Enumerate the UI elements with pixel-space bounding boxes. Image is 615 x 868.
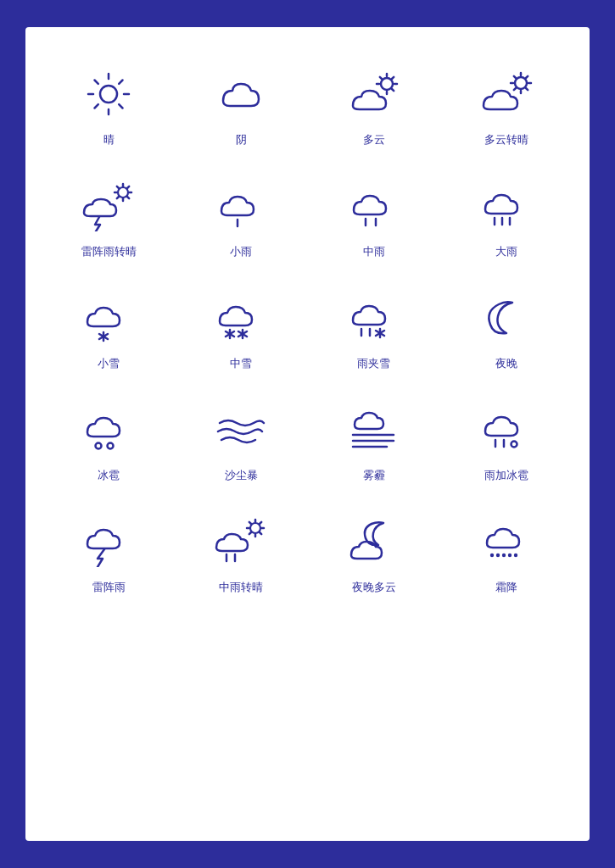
weather-item-night: 夜晚 <box>440 276 573 380</box>
heavy-rain-icon <box>472 176 540 236</box>
light-snow-icon <box>75 288 143 348</box>
svg-line-25 <box>514 88 516 90</box>
weather-item-light-snow: 小雪 <box>42 276 175 380</box>
moderate-rain-label: 中雨 <box>363 244 385 259</box>
weather-item-thunder-sunny: 雷阵雨转晴 <box>42 164 175 268</box>
svg-line-23 <box>526 88 528 90</box>
thunderstorm-label: 雷阵雨 <box>92 580 126 595</box>
fog-label: 雾霾 <box>363 468 385 483</box>
weather-item-night-cloudy: 夜晚多云 <box>308 500 440 604</box>
night-cloudy-icon <box>340 512 408 571</box>
svg-line-5 <box>95 81 98 84</box>
light-rain-icon <box>207 176 275 236</box>
sandstorm-icon <box>207 400 275 459</box>
weather-item-overcast: 阴 <box>175 53 307 156</box>
svg-point-75 <box>496 554 500 557</box>
partly-cloudy-label: 多云 <box>363 132 385 147</box>
svg-line-69 <box>260 532 261 534</box>
svg-line-22 <box>514 76 516 78</box>
overcast-icon <box>207 64 275 124</box>
svg-line-31 <box>117 186 119 188</box>
svg-point-76 <box>502 554 506 557</box>
rain-hail-icon <box>472 400 540 459</box>
weather-item-thunderstorm: 雷阵雨 <box>42 500 175 604</box>
weather-item-hail: 冰雹 <box>42 388 175 492</box>
svg-line-6 <box>119 104 122 108</box>
frost-label: 霜降 <box>495 580 517 595</box>
thunder-sunny-icon <box>75 176 143 236</box>
weather-item-light-rain: 小雨 <box>175 164 307 268</box>
svg-point-77 <box>508 554 512 557</box>
svg-line-15 <box>392 89 394 91</box>
rain-sunny-label: 中雨转晴 <box>219 580 263 595</box>
svg-point-78 <box>514 554 517 557</box>
rain-sunny-icon <box>207 512 275 571</box>
svg-line-16 <box>392 77 394 79</box>
svg-point-56 <box>108 443 114 449</box>
weather-item-sandstorm: 沙尘暴 <box>175 388 307 492</box>
frost-icon <box>472 512 540 571</box>
weather-item-rain-sunny: 中雨转晴 <box>175 500 307 604</box>
partly-cloudy-icon <box>340 64 408 124</box>
cloudy-sunny-label: 多云转晴 <box>484 132 528 147</box>
sunny-icon <box>75 64 143 124</box>
svg-point-9 <box>381 78 393 90</box>
hail-icon <box>75 400 143 459</box>
svg-point-62 <box>511 442 517 448</box>
moderate-rain-icon <box>340 176 408 236</box>
svg-point-55 <box>96 443 102 449</box>
svg-line-68 <box>249 522 251 524</box>
fog-icon <box>340 400 408 459</box>
night-label: 夜晚 <box>495 356 517 371</box>
svg-line-33 <box>127 186 129 188</box>
weather-item-moderate-snow: 中雪 <box>175 276 307 380</box>
svg-line-71 <box>249 532 251 534</box>
sleet-label: 雨夹雪 <box>357 356 390 371</box>
cloudy-sunny-icon <box>472 64 540 124</box>
svg-point-74 <box>490 554 494 557</box>
sandstorm-label: 沙尘暴 <box>225 468 258 483</box>
weather-icon-card: 晴 阴 <box>25 27 590 841</box>
weather-grid: 晴 阴 <box>42 53 573 604</box>
rain-hail-label: 雨加冰雹 <box>484 468 528 483</box>
light-snow-label: 小雪 <box>98 356 120 371</box>
svg-point-17 <box>515 77 527 89</box>
svg-line-24 <box>526 76 528 78</box>
heavy-rain-label: 大雨 <box>495 244 517 259</box>
weather-item-fog: 雾霾 <box>308 388 440 492</box>
night-cloudy-label: 夜晚多云 <box>352 580 396 595</box>
weather-item-partly-cloudy: 多云 <box>308 53 440 156</box>
svg-line-14 <box>379 77 381 79</box>
weather-item-sleet: 雨夹雪 <box>308 276 440 380</box>
moderate-snow-icon <box>207 288 275 348</box>
night-icon <box>472 288 540 348</box>
thunderstorm-icon <box>75 512 143 571</box>
weather-item-frost: 霜降 <box>440 500 573 604</box>
light-rain-label: 小雨 <box>230 244 252 259</box>
sleet-icon <box>340 288 408 348</box>
overcast-label: 阴 <box>236 132 247 147</box>
svg-line-7 <box>119 81 122 84</box>
weather-item-moderate-rain: 中雨 <box>308 164 440 268</box>
moderate-snow-label: 中雪 <box>230 356 252 371</box>
weather-item-heavy-rain: 大雨 <box>440 164 573 268</box>
hail-label: 冰雹 <box>98 468 120 483</box>
svg-line-32 <box>127 197 129 198</box>
weather-item-rain-hail: 雨加冰雹 <box>440 388 573 492</box>
svg-point-0 <box>100 86 117 103</box>
weather-item-cloudy-sunny: 多云转晴 <box>440 53 573 156</box>
weather-item-sunny: 晴 <box>42 53 175 156</box>
sunny-label: 晴 <box>103 132 115 147</box>
svg-line-34 <box>117 197 119 198</box>
thunder-sunny-label: 雷阵雨转晴 <box>81 244 137 259</box>
svg-line-8 <box>95 104 98 108</box>
svg-line-70 <box>260 522 261 524</box>
